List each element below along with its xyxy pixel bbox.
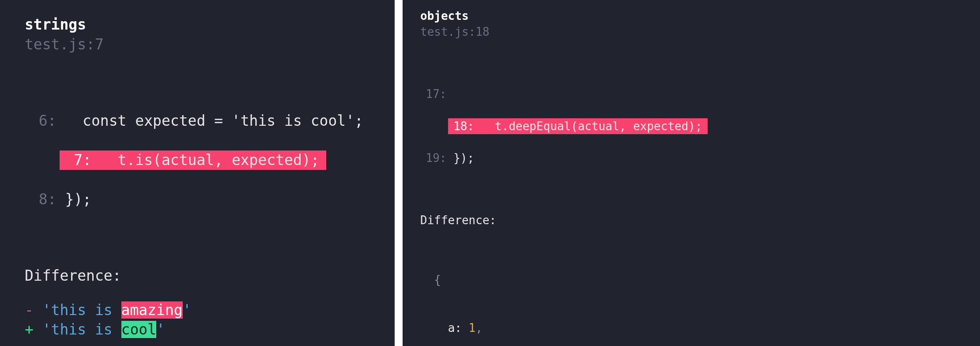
code-line: 6: const expected = 'this is cool'; xyxy=(25,111,395,131)
diff-removed-line: - 'this is amazing' xyxy=(25,301,395,320)
code-line: 17: xyxy=(420,86,980,102)
code-line: 19: }); xyxy=(420,150,980,166)
code-text: }); xyxy=(446,150,474,166)
difference-label: Difference: xyxy=(25,266,395,286)
code-text: t.is(actual, expected); xyxy=(91,150,320,170)
test-title: objects xyxy=(420,8,980,24)
line-number: 19 xyxy=(420,150,440,166)
diff-context-line: a: 1, xyxy=(420,320,980,336)
test-location: test.js:7 xyxy=(25,35,395,55)
pane-objects: objects test.js:18 17: 18: t.deepEqual(a… xyxy=(403,0,980,346)
object-diff: { a: 1, b: { - c: 2, + c: 3 } } xyxy=(420,240,980,346)
line-number: 8 xyxy=(25,190,48,210)
difference-label: Difference: xyxy=(420,212,980,228)
minus-icon: - xyxy=(25,301,34,319)
code-line: 8: }); xyxy=(25,190,395,210)
code-line-error: 7: t.is(actual, expected); xyxy=(60,150,326,170)
line-number: 17 xyxy=(420,86,440,102)
line-number: 6 xyxy=(25,111,48,131)
diff-added-word: cool xyxy=(121,321,156,338)
code-snippet: 6: const expected = 'this is cool'; 7: t… xyxy=(25,72,395,249)
code-line-error: 18: t.deepEqual(actual, expected); xyxy=(448,118,708,134)
diff-context-line: { xyxy=(420,272,980,288)
plus-icon: + xyxy=(25,321,34,338)
code-text: }); xyxy=(57,190,91,210)
test-location: test.js:18 xyxy=(420,24,980,40)
diff-removed-word: amazing xyxy=(121,301,183,319)
line-number: 7 xyxy=(60,150,83,170)
diff-added-line: + 'this is cool' xyxy=(25,320,395,340)
pane-divider xyxy=(395,0,403,346)
code-snippet: 17: 18: t.deepEqual(actual, expected); 1… xyxy=(420,54,980,199)
test-title: strings xyxy=(25,15,395,35)
pane-strings: strings test.js:7 6: const expected = 't… xyxy=(0,0,395,346)
code-text: t.deepEqual(actual, expected); xyxy=(474,118,702,134)
code-text: const expected = 'this is cool'; xyxy=(57,111,363,131)
line-number: 18 xyxy=(448,118,467,134)
